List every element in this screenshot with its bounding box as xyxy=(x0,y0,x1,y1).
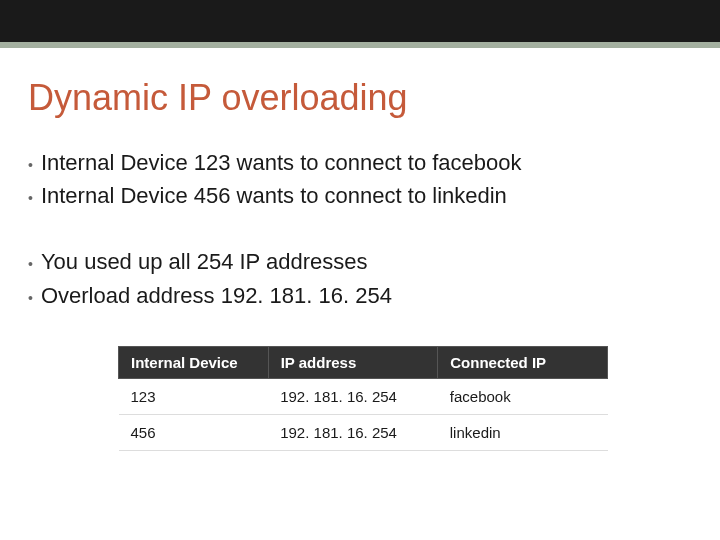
cell-device: 123 xyxy=(119,379,269,415)
page-title: Dynamic IP overloading xyxy=(28,78,692,118)
cell-connected: facebook xyxy=(438,379,608,415)
nat-table-container: Internal Device IP address Connected IP … xyxy=(118,346,692,451)
bullet-item: • Internal Device 456 wants to connect t… xyxy=(28,181,692,211)
bullet-icon: • xyxy=(28,255,33,275)
bullet-icon: • xyxy=(28,156,33,176)
table-header-row: Internal Device IP address Connected IP xyxy=(119,347,608,379)
bullet-text: Overload address 192. 181. 16. 254 xyxy=(41,281,392,311)
cell-ip: 192. 181. 16. 254 xyxy=(268,379,438,415)
header-ip-address: IP address xyxy=(268,347,438,379)
bullet-item: • Internal Device 123 wants to connect t… xyxy=(28,148,692,178)
table-row: 123 192. 181. 16. 254 facebook xyxy=(119,379,608,415)
bullet-icon: • xyxy=(28,289,33,309)
header-bar xyxy=(0,0,720,42)
bullet-text: You used up all 254 IP addresses xyxy=(41,247,368,277)
bullet-text: Internal Device 123 wants to connect to … xyxy=(41,148,522,178)
cell-connected: linkedin xyxy=(438,415,608,451)
bullet-item: • Overload address 192. 181. 16. 254 xyxy=(28,281,692,311)
header-internal-device: Internal Device xyxy=(119,347,269,379)
bullet-icon: • xyxy=(28,189,33,209)
bullet-item: • You used up all 254 IP addresses xyxy=(28,247,692,277)
cell-device: 456 xyxy=(119,415,269,451)
bullet-group-2: • You used up all 254 IP addresses • Ove… xyxy=(28,247,692,310)
table-row: 456 192. 181. 16. 254 linkedin xyxy=(119,415,608,451)
header-connected-ip: Connected IP xyxy=(438,347,608,379)
cell-ip: 192. 181. 16. 254 xyxy=(268,415,438,451)
bullet-text: Internal Device 456 wants to connect to … xyxy=(41,181,507,211)
nat-table: Internal Device IP address Connected IP … xyxy=(118,346,608,451)
bullet-group-1: • Internal Device 123 wants to connect t… xyxy=(28,148,692,211)
slide-content: Dynamic IP overloading • Internal Device… xyxy=(0,48,720,451)
